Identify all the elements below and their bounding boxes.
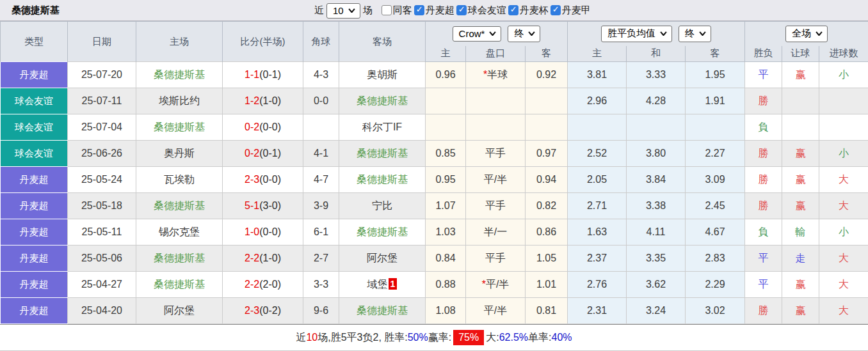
let-result-cell: 赢 (782, 62, 819, 88)
odds-away-cell: 0.86 (526, 219, 568, 246)
fulltime-score: 1-0 (245, 226, 259, 237)
corners-cell: 4-7 (303, 167, 339, 193)
table-row: 球会友谊25-07-11埃斯比约1-2(1-0)0-0桑德捷斯基2.964.28… (1, 88, 868, 114)
period-select[interactable]: 全场 (785, 26, 828, 42)
handicap-cell (466, 114, 526, 141)
league-cell: 球会友谊 (1, 114, 68, 141)
summary-text: 单率: (528, 331, 551, 345)
checkbox-label[interactable]: 球会友谊 (468, 4, 506, 15)
corners-cell: 9-6 (303, 298, 339, 324)
away-team-cell: 桑德捷斯基 (339, 141, 426, 167)
avg-draw-cell: 3.33 (627, 62, 686, 88)
corners-cell: 2-7 (303, 246, 339, 272)
checkbox-label[interactable]: 丹麦甲 (562, 4, 591, 15)
checkbox-label[interactable]: 丹麦超 (426, 4, 454, 15)
checkbox-checked[interactable] (456, 5, 467, 15)
league-cell: 丹麦超 (1, 246, 68, 272)
avg-away-cell: 1.95 (686, 62, 745, 88)
home-team-cell: 桑德捷斯基 (136, 62, 223, 88)
checkbox-unchecked[interactable] (382, 5, 392, 15)
result-cell: 負 (745, 219, 782, 246)
chevron-down-icon (699, 31, 706, 36)
checkbox-label[interactable]: 同客 (393, 4, 412, 15)
halftime-score: (0-1) (259, 148, 281, 159)
table-row: 丹麦超25-05-24瓦埃勒2-3(0-0)4-7桑德捷斯基0.95平/半0.9… (1, 167, 868, 193)
goals-cell: 大 (819, 298, 868, 324)
result-cell: 平 (745, 272, 782, 298)
handicap-star: * (482, 279, 486, 290)
avg-draw-cell: 3.62 (627, 272, 686, 298)
avg-home-cell: 3.81 (568, 62, 627, 88)
away-team-cell: 阿尔堡 (339, 246, 426, 272)
odds-home-cell: 0.84 (426, 246, 466, 272)
fulltime-score: 5-1 (245, 200, 259, 211)
away-team-cell: 科尔丁IF (339, 114, 426, 141)
avg-time-select[interactable]: 终 (679, 26, 711, 42)
checkbox-label[interactable]: 丹麦杯 (520, 4, 549, 15)
odds-away-cell: 0.81 (526, 298, 568, 324)
sub-header-let: 让球 (782, 46, 819, 62)
away-team-cell: 桑德捷斯基 (339, 219, 426, 246)
fulltime-score: 1-1 (245, 69, 259, 80)
league-cell: 丹麦超 (1, 193, 68, 219)
avg-away-cell: 4.67 (686, 219, 745, 246)
let-result-cell: 輸 (782, 219, 819, 246)
odds-home-cell (426, 88, 466, 114)
checkbox-checked[interactable] (414, 5, 424, 15)
odds-away-cell (526, 114, 568, 141)
date-cell: 25-07-20 (68, 62, 136, 88)
avg-away-cell: 3.02 (686, 298, 745, 324)
avg-away-cell: 3.09 (686, 167, 745, 193)
goals-cell: 大 (819, 193, 868, 219)
let-result-cell: 走 (782, 246, 819, 272)
matches-count-select[interactable]: 10 (326, 3, 360, 19)
chevron-down-icon (816, 31, 823, 36)
table-row: 丹麦超25-05-11锡尔克堡1-0(0-0)6-1桑德捷斯基1.03半/一0.… (1, 219, 868, 246)
odds-group-header: Crow* 终 (426, 22, 568, 46)
summary-text: 近 (296, 331, 306, 345)
table-row: 球会友谊25-06-26奥丹斯0-2(0-1)4-1桑德捷斯基0.85平手0.9… (1, 141, 868, 167)
avg-home-cell (568, 114, 627, 141)
league-cell: 丹麦超 (1, 272, 68, 298)
home-team-cell: 锡尔克堡 (136, 219, 223, 246)
let-result-cell: 赢 (782, 141, 819, 167)
odds-time-select[interactable]: 终 (508, 26, 540, 42)
score-cell: 0-2(0-0) (223, 114, 303, 141)
score-cell: 0-2(0-1) (223, 141, 303, 167)
home-team-cell: 桑德捷斯基 (136, 193, 223, 219)
table-row: 丹麦超25-04-20阿尔堡2-3(0-2)9-6桑德捷斯基1.08平/半0.8… (1, 298, 868, 324)
checkbox-checked[interactable] (551, 5, 561, 15)
avg-draw-cell: 3.80 (627, 141, 686, 167)
date-cell: 25-05-11 (68, 219, 136, 246)
date-cell: 25-04-20 (68, 298, 136, 324)
halftime-score: (0-1) (259, 69, 281, 80)
odds-home-cell: 0.85 (426, 141, 466, 167)
avg-draw-cell: 3.84 (627, 167, 686, 193)
table-row: 丹麦超25-04-27桑德捷斯基2-2(2-0)3-3域堡10.88*平/半1.… (1, 272, 868, 298)
col-header-type: 类型 (1, 22, 68, 62)
date-cell: 25-04-27 (68, 272, 136, 298)
col-header-corner: 角球 (303, 22, 339, 62)
fulltime-score: 0-2 (245, 121, 259, 132)
checkbox-checked[interactable] (508, 5, 518, 15)
odds-away-cell: 0.94 (526, 167, 568, 193)
odds-home-cell: 1.07 (426, 193, 466, 219)
date-cell: 25-07-04 (68, 114, 136, 141)
avg-type-select[interactable]: 胜平负均值 (601, 26, 672, 42)
avg-draw-cell (627, 114, 686, 141)
home-team-cell: 桑德捷斯基 (136, 272, 223, 298)
let-result-cell: 赢 (782, 193, 819, 219)
handicap-cell: 平手 (466, 246, 526, 272)
score-cell: 1-1(0-1) (223, 62, 303, 88)
summary-text: 40% (552, 332, 572, 343)
handicap-cell: *半球 (466, 62, 526, 88)
date-cell: 25-05-18 (68, 193, 136, 219)
odds-company-select[interactable]: Crow* (453, 26, 502, 42)
date-cell: 25-05-24 (68, 167, 136, 193)
league-cell: 球会友谊 (1, 88, 68, 114)
near-label: 近 (314, 4, 324, 17)
sub-header-odds-home: 主 (426, 46, 466, 62)
corners-cell: 3-3 (303, 272, 339, 298)
chevron-down-icon (489, 31, 496, 36)
stats-summary-bar: 近10场,胜5平3负2, 胜率:50% 赢率:75% 大:62.5% 单率:40… (0, 324, 868, 351)
